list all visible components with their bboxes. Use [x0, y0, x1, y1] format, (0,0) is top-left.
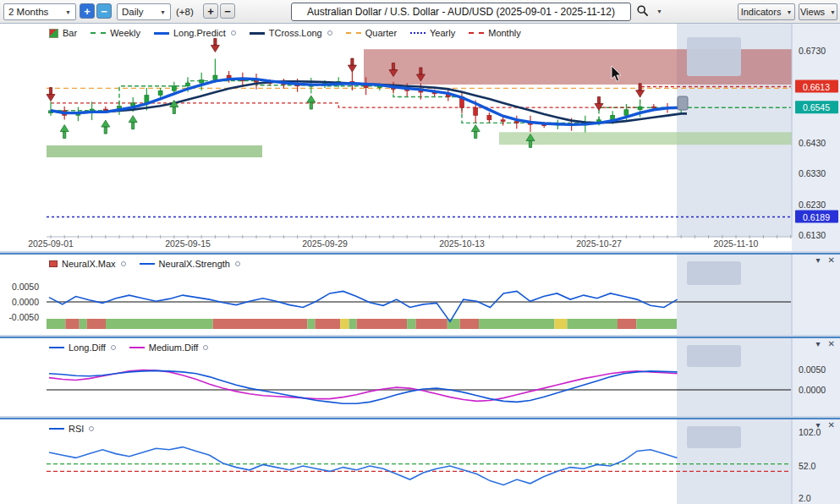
- rsi-legend: RSI: [49, 424, 94, 434]
- chevron-down-icon: ▼: [65, 9, 71, 15]
- rsi-line-icon: [49, 428, 64, 430]
- close-panel-icon[interactable]: ✕: [828, 339, 835, 348]
- legend-item-rsi[interactable]: RSI: [49, 424, 94, 434]
- collapse-panel-icon[interactable]: ▾: [816, 255, 821, 265]
- remove-overlay-button[interactable]: −: [220, 3, 235, 19]
- neuralx-strength-line-icon: [140, 263, 155, 265]
- period-select-value: Daily: [122, 7, 144, 17]
- svg-text:0.0000: 0.0000: [12, 297, 39, 307]
- range-select-value: 2 Months: [8, 7, 48, 17]
- quarter-line-icon: [346, 32, 361, 34]
- range-select[interactable]: 2 Months ▼: [3, 3, 76, 20]
- legend-item-neuralx-strength[interactable]: NeuralX.Strength: [140, 259, 240, 269]
- info-dot-icon[interactable]: [235, 261, 240, 266]
- neuralx-panel: 0.00500.0000-0.0050 NeuralX.Max NeuralX.…: [0, 253, 840, 335]
- info-dot-icon[interactable]: [203, 345, 208, 350]
- long-predict-line-icon: [154, 32, 169, 35]
- chevron-down-icon: ▼: [786, 9, 792, 15]
- svg-text:0.6730: 0.6730: [799, 46, 826, 56]
- toolbar: 2 Months ▼ + − Daily ▼ (+8) + − Australi…: [0, 0, 840, 24]
- collapse-panel-icon[interactable]: ▾: [816, 339, 821, 348]
- indicators-button[interactable]: Indicators ▼: [738, 3, 795, 20]
- add-overlay-button[interactable]: +: [203, 3, 218, 19]
- main-price-chart[interactable]: 2025-09-012025-09-152025-09-292025-10-13…: [0, 24, 840, 250]
- neuralx-legend: NeuralX.Max NeuralX.Strength: [49, 259, 240, 269]
- svg-text:2025-09-29: 2025-09-29: [302, 238, 348, 249]
- symbol-search[interactable]: ▼: [636, 4, 662, 18]
- svg-text:0.0050: 0.0050: [799, 364, 826, 375]
- diff-panel: 0.00500.0000 Long.Diff Medium.Diff ▾ ✕: [0, 337, 840, 416]
- info-dot-icon[interactable]: [327, 30, 332, 36]
- legend-item-medium-diff[interactable]: Medium.Diff: [129, 342, 208, 353]
- views-button[interactable]: Views ▼: [799, 3, 837, 20]
- svg-text:0.0050: 0.0050: [12, 282, 39, 292]
- legend-item-quarter[interactable]: Quarter: [346, 28, 397, 38]
- diff-legend: Long.Diff Medium.Diff: [49, 342, 208, 353]
- svg-text:2025-10-27: 2025-10-27: [576, 238, 622, 249]
- legend-item-long-predict[interactable]: Long.Predict: [154, 28, 236, 38]
- legend-item-weekly[interactable]: Weekly: [91, 28, 140, 38]
- svg-text:2025-09-01: 2025-09-01: [28, 238, 74, 249]
- weekly-line-icon: [91, 32, 106, 34]
- period-select[interactable]: Daily ▼: [117, 3, 171, 20]
- panel-controls: ▾ ✕: [816, 339, 835, 348]
- main-price-panel: 2025-09-012025-09-152025-09-292025-10-13…: [0, 24, 840, 251]
- panel-controls: ▾ ✕: [816, 420, 835, 430]
- chevron-down-icon: ▼: [656, 8, 662, 14]
- plus-icon: +: [207, 5, 214, 18]
- yearly-line-icon: [410, 32, 425, 34]
- monthly-line-icon: [469, 32, 484, 34]
- svg-text:0.6230: 0.6230: [799, 200, 826, 210]
- range-zoom-out-button[interactable]: −: [96, 3, 112, 19]
- close-panel-icon[interactable]: ✕: [828, 255, 835, 265]
- svg-text:0.6613: 0.6613: [803, 82, 830, 92]
- neuralx-max-swatch-icon: [49, 260, 58, 267]
- chevron-down-icon: ▼: [830, 9, 836, 15]
- svg-text:0.6545: 0.6545: [803, 102, 830, 112]
- info-dot-icon[interactable]: [231, 30, 236, 36]
- legend-item-long-diff[interactable]: Long.Diff: [49, 342, 116, 353]
- long-diff-line-icon: [49, 347, 64, 348]
- svg-text:-0.0050: -0.0050: [8, 312, 39, 322]
- info-dot-icon[interactable]: [111, 345, 116, 350]
- legend-item-yearly[interactable]: Yearly: [410, 28, 455, 38]
- plus-icon: +: [84, 5, 91, 18]
- legend-item-tcross-long[interactable]: TCross.Long: [250, 28, 332, 38]
- legend-item-neuralx-max[interactable]: NeuralX.Max: [49, 259, 126, 269]
- svg-text:0.6189: 0.6189: [803, 212, 830, 222]
- info-dot-icon[interactable]: [121, 261, 126, 266]
- rsi-chart[interactable]: 102.052.02.0: [0, 419, 840, 504]
- svg-text:2025-10-13: 2025-10-13: [439, 238, 485, 249]
- bar-icon: [49, 29, 58, 38]
- info-dot-icon[interactable]: [89, 426, 94, 431]
- svg-text:0.6430: 0.6430: [799, 138, 826, 148]
- svg-text:0.0000: 0.0000: [799, 385, 826, 395]
- close-panel-icon[interactable]: ✕: [828, 420, 835, 430]
- svg-text:2025-09-15: 2025-09-15: [165, 238, 211, 249]
- rsi-panel: 102.052.02.0 RSI ▾ ✕: [0, 418, 840, 504]
- medium-diff-line-icon: [129, 347, 145, 348]
- minus-icon: −: [224, 5, 231, 18]
- minus-icon: −: [101, 5, 107, 18]
- range-zoom-in-button[interactable]: +: [80, 3, 95, 19]
- svg-text:2.0: 2.0: [799, 493, 811, 503]
- svg-text:0.6130: 0.6130: [799, 230, 826, 240]
- panel-controls: ▾ ✕: [816, 255, 835, 265]
- mouse-cursor-icon: [611, 66, 623, 85]
- chevron-down-icon: ▼: [160, 9, 166, 15]
- symbol-title: Australian Dollar / U.S. Dollar - AUD/US…: [307, 6, 615, 18]
- legend-item-monthly[interactable]: Monthly: [469, 28, 521, 38]
- search-icon[interactable]: [636, 4, 650, 18]
- symbol-title-box[interactable]: Australian Dollar / U.S. Dollar - AUD/US…: [291, 3, 631, 21]
- legend-item-bar[interactable]: Bar: [49, 28, 77, 38]
- collapse-panel-icon[interactable]: ▾: [816, 420, 821, 430]
- overlay-count[interactable]: (+8): [176, 3, 194, 20]
- svg-text:2025-11-10: 2025-11-10: [714, 238, 759, 249]
- svg-text:0.6330: 0.6330: [799, 168, 826, 178]
- svg-text:52.0: 52.0: [799, 461, 816, 471]
- tcross-long-line-icon: [250, 32, 265, 35]
- main-chart-legend: Bar Weekly Long.Predict TCross.Long Quar…: [49, 28, 521, 38]
